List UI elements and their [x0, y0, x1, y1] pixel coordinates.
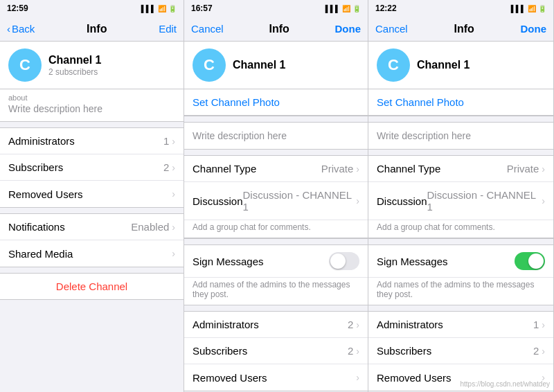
list-item-administrators[interactable]: Administrators 1 ›: [0, 128, 184, 154]
administrators-label-3: Administrators: [377, 319, 443, 330]
battery-icon: 🔋: [168, 5, 177, 12]
cancel-button-3[interactable]: Cancel: [375, 23, 408, 35]
subscribers-right: 2 ›: [163, 161, 175, 173]
chevron-icon: ›: [356, 346, 359, 357]
sign-messages-row-3[interactable]: Sign Messages: [368, 245, 553, 278]
back-button[interactable]: ‹ Back: [7, 23, 35, 35]
list-item-notifications[interactable]: Notifications Enabled ›: [0, 214, 184, 240]
sign-messages-helper-3: Add names of the admins to the messages …: [368, 278, 553, 305]
subscribers-label: Subscribers: [8, 161, 63, 173]
description-label-1: about: [8, 93, 175, 102]
list-item-discussion-2[interactable]: Discussion Discussion - CHANNEL 1 ›: [184, 182, 368, 220]
set-channel-photo-button-2[interactable]: Set Channel Photo: [184, 89, 368, 116]
admin-group-3: Administrators 1 › Subscribers 2 › Remov…: [368, 311, 553, 391]
administrators-count: 1: [163, 135, 169, 147]
list-item-discussion-3[interactable]: Discussion Discussion - CHANNEL 1 ›: [368, 182, 553, 220]
channel-info-1: Channel 1 2 subscribers: [48, 54, 101, 77]
delete-section-1: Delete Channel: [0, 273, 184, 300]
edit-button[interactable]: Edit: [159, 23, 177, 35]
nav-bar-1: ‹ Back Info Edit: [0, 17, 184, 42]
battery-icon: 🔋: [352, 5, 361, 12]
sign-messages-label-3: Sign Messages: [377, 256, 448, 267]
description-item-2[interactable]: Write description here: [184, 123, 368, 149]
channel-header-2: C Channel 1: [184, 42, 368, 89]
type-group-3: Channel Type Private › Discussion Discus…: [368, 155, 553, 239]
chevron-icon: ›: [542, 319, 545, 330]
list-item-administrators-2[interactable]: Administrators 2 ›: [184, 312, 368, 338]
discussion-value-3: Discussion - CHANNEL 1: [427, 189, 539, 213]
scroll-area-2: C Channel 1 Set Channel Photo Write desc…: [184, 42, 368, 392]
signal-icon: ▌▌▌: [325, 5, 340, 12]
chevron-icon: ›: [356, 195, 359, 206]
chevron-icon: ›: [172, 248, 175, 259]
notifications-right: Enabled ›: [131, 221, 175, 233]
sign-messages-helper-2: Add names of the admins to the messages …: [184, 278, 368, 305]
status-time-1: 12:59: [7, 3, 28, 13]
scroll-area-3: C Channel 1 Set Channel Photo Write desc…: [368, 42, 553, 392]
channel-type-value-3: Private: [507, 163, 539, 175]
notifications-value: Enabled: [131, 221, 169, 233]
administrators-label: Administrators: [8, 135, 75, 147]
removed-users-right: ›: [172, 188, 175, 199]
channel-type-value-2: Private: [321, 163, 354, 175]
set-photo-group-2: Set Channel Photo: [184, 89, 368, 116]
chevron-icon: ›: [356, 372, 359, 383]
chevron-icon: ›: [542, 346, 545, 357]
chevron-icon: ›: [172, 162, 175, 173]
subscribers-count: 2: [163, 161, 169, 173]
list-item-channel-type-3[interactable]: Channel Type Private ›: [368, 156, 553, 182]
description-field-1: about Write description here: [0, 89, 184, 122]
signal-icon: ▌▌▌: [141, 5, 156, 12]
status-bar-2: 16:57 ▌▌▌ 📶 🔋: [184, 0, 368, 17]
cancel-button-2[interactable]: Cancel: [191, 23, 224, 35]
admin-group-2: Administrators 2 › Subscribers 2 › Remov…: [184, 311, 368, 391]
status-icons-3: ▌▌▌ 📶 🔋: [511, 5, 546, 12]
channel-info-3: Channel 1: [417, 59, 470, 71]
list-item-subscribers[interactable]: Subscribers 2 ›: [0, 154, 184, 181]
status-bar-3: 12:22 ▌▌▌ 📶 🔋: [368, 0, 553, 17]
list-item-channel-type-2[interactable]: Channel Type Private ›: [184, 156, 368, 182]
wifi-icon: 📶: [528, 5, 536, 12]
set-channel-photo-button-3[interactable]: Set Channel Photo: [368, 89, 553, 116]
administrators-count-3: 1: [533, 319, 539, 330]
list-item-subscribers-2[interactable]: Subscribers 2 ›: [184, 338, 368, 364]
chevron-icon: ›: [172, 188, 175, 199]
chevron-icon: ›: [542, 163, 545, 175]
set-photo-group-3: Set Channel Photo: [368, 89, 553, 116]
list-item-removed-2[interactable]: Removed Users ›: [184, 364, 368, 391]
shared-media-right: ›: [172, 248, 175, 259]
done-button-3[interactable]: Done: [521, 23, 547, 35]
list-item-administrators-3[interactable]: Administrators 1 ›: [368, 312, 553, 338]
panel-3: 12:22 ▌▌▌ 📶 🔋 Cancel Info Done C Channel…: [368, 0, 554, 392]
chevron-icon: ›: [356, 319, 359, 330]
discussion-right-3: Discussion - CHANNEL 1 ›: [427, 189, 545, 213]
sign-messages-label-2: Sign Messages: [193, 256, 264, 267]
removed-label-2: Removed Users: [193, 372, 267, 384]
sign-messages-toggle-3[interactable]: [515, 252, 545, 270]
channel-name-2: Channel 1: [233, 59, 285, 71]
list-item-removed-users[interactable]: Removed Users ›: [0, 181, 184, 207]
type-group-2: Channel Type Private › Discussion Discus…: [184, 155, 368, 239]
nav-title-3: Info: [454, 23, 474, 35]
chevron-icon: ›: [172, 136, 175, 147]
sign-messages-toggle-2[interactable]: [329, 252, 359, 270]
description-item-3[interactable]: Write description here: [368, 123, 553, 149]
list-item-shared-media[interactable]: Shared Media ›: [0, 240, 184, 267]
list-item-subscribers-3[interactable]: Subscribers 2 ›: [368, 338, 553, 364]
chevron-icon: ›: [356, 163, 359, 175]
delete-channel-button[interactable]: Delete Channel: [0, 274, 184, 299]
administrators-label-2: Administrators: [193, 319, 259, 330]
status-time-3: 12:22: [375, 3, 397, 13]
done-button-2[interactable]: Done: [335, 23, 361, 35]
panel-1: 12:59 ▌▌▌ 📶 🔋 ‹ Back Info Edit C Channel…: [0, 0, 184, 392]
sign-messages-row-2[interactable]: Sign Messages: [184, 245, 368, 278]
description-group-3: Write description here: [368, 122, 553, 150]
administrators-count-2: 2: [348, 319, 353, 330]
nav-title-1: Info: [87, 23, 107, 35]
administrators-right: 1 ›: [163, 135, 175, 147]
subscribers-label-3: Subscribers: [377, 345, 431, 357]
description-text-1: Write description here: [8, 103, 175, 114]
channel-name-3: Channel 1: [417, 59, 470, 71]
nav-bar-2: Cancel Info Done: [184, 17, 368, 42]
discussion-value-2: Discussion - CHANNEL 1: [243, 189, 354, 213]
